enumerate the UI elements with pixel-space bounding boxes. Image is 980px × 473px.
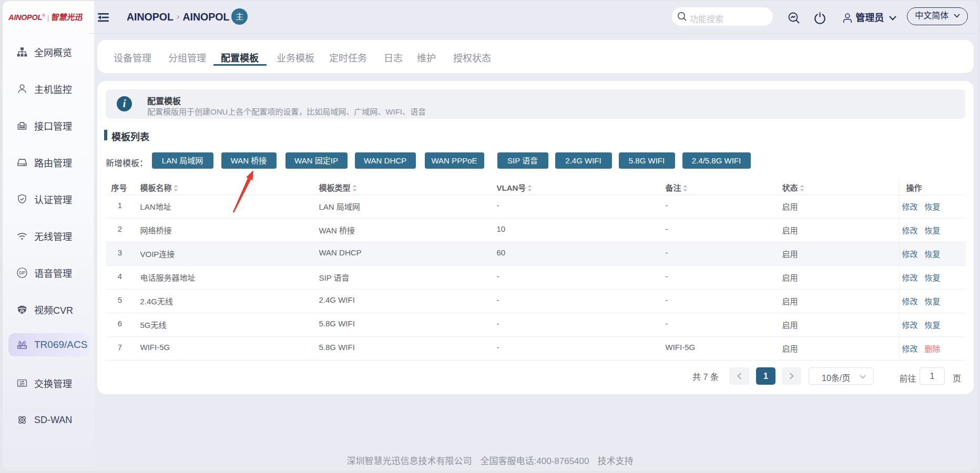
- svg-text:SIP: SIP: [19, 270, 26, 275]
